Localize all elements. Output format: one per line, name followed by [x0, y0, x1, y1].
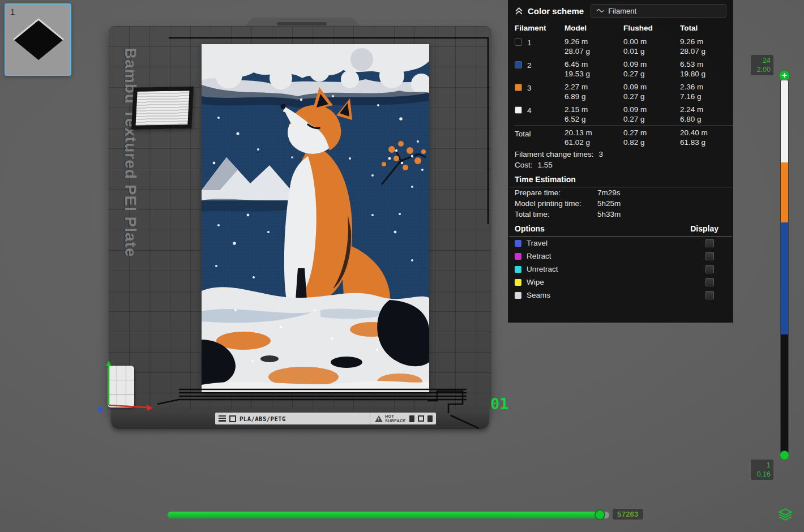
fox-artwork: [202, 44, 429, 393]
square-icon: [418, 415, 424, 422]
retract-display-checkbox[interactable]: [705, 252, 714, 260]
layer-slider-segment-white: [781, 80, 788, 162]
option-row-unretract: Unretract: [508, 263, 733, 276]
table-total-label: Total: [515, 126, 564, 149]
table-cell-flushed: 0.09 m0.27 g: [623, 103, 680, 126]
layer-slider-segment-blue: [781, 222, 788, 334]
table-cell-total: 6.53 m19.80 g: [680, 58, 733, 80]
layer-slider-top-badge: 24 2.00: [751, 55, 773, 75]
plate-type-icon: [229, 415, 236, 422]
col-header-filament: Filament: [515, 22, 564, 35]
col-header-model: Model: [564, 22, 623, 35]
retract-color-swatch: [515, 253, 521, 260]
option-label: Travel: [527, 239, 548, 247]
layers-view-button[interactable]: [778, 507, 793, 522]
bin-icon: [427, 415, 433, 422]
travel-display-checkbox[interactable]: [705, 239, 714, 247]
total-time-row: Total time: 5h33m: [508, 209, 733, 220]
table-total-total: 20.40 m61.83 g: [680, 126, 733, 149]
table-row-filament-id: 2: [515, 58, 564, 80]
hot-surface-line2: SURFACE: [385, 419, 406, 423]
option-row-wipe: Wipe: [508, 276, 733, 289]
plate-handle-slot: [277, 22, 327, 25]
bin-icon: [409, 415, 414, 422]
filament-color-swatch: [515, 38, 522, 46]
seams-color-swatch: [515, 292, 521, 299]
layer-slider-handle[interactable]: [780, 451, 789, 460]
dropdown-value: Filament: [608, 7, 636, 15]
filament-color-swatch: [515, 61, 522, 68]
print-model-preview[interactable]: [202, 44, 429, 393]
table-cell-model: 2.27 m6.89 g: [564, 80, 623, 103]
hot-surface-warning: HOT SURFACE: [370, 413, 406, 424]
unretract-color-swatch: [515, 266, 521, 273]
wipe-tower[interactable]: [131, 87, 194, 130]
slicer-preview-window: Bambu Textured PEI Plate: [0, 0, 804, 532]
plate-brand-text: Bambu Textured PEI Plate: [121, 48, 139, 302]
layer-slider-track[interactable]: [781, 80, 788, 454]
move-slider-value: 57263: [613, 509, 643, 520]
filament-change-line: Filament change times:3: [508, 149, 733, 160]
option-row-seams: Seams: [508, 289, 733, 302]
layer-slider-segment-orange: [781, 162, 788, 222]
layer-slider-segment-black: [781, 334, 788, 454]
travel-color-swatch: [515, 240, 521, 247]
options-header: Options Display: [508, 220, 733, 236]
add-layer-marker-button[interactable]: +: [779, 70, 790, 81]
table-cell-flushed: 0.09 m0.27 g: [623, 80, 680, 103]
warning-triangle-icon: [375, 415, 383, 422]
plate-corner-number: 01: [490, 395, 509, 413]
model-printing-time-row: Model printing time: 5h25m: [508, 198, 733, 209]
filament-color-swatch: [515, 84, 522, 91]
move-slider-track[interactable]: [168, 512, 609, 518]
wipe-display-checkbox[interactable]: [705, 278, 714, 286]
table-cell-model: 9.26 m28.07 g: [564, 35, 623, 58]
filament-color-swatch: [515, 106, 522, 114]
col-header-flushed: Flushed: [623, 22, 680, 35]
plate-thumbnail[interactable]: 1: [5, 3, 71, 76]
option-row-retract: Retract: [508, 250, 733, 263]
option-row-travel: Travel: [508, 237, 733, 250]
plate-materials-text: PLA/ABS/PETG: [240, 415, 286, 422]
color-scheme-panel: Color scheme Filament Filament Model Flu…: [508, 0, 733, 323]
table-cell-model: 2.15 m6.52 g: [564, 103, 623, 126]
col-header-total: Total: [680, 22, 733, 35]
seams-display-checkbox[interactable]: [705, 291, 714, 299]
unretract-display-checkbox[interactable]: [705, 265, 714, 273]
table-cell-flushed: 0.09 m0.27 g: [623, 58, 680, 80]
table-cell-flushed: 0.00 m0.01 g: [623, 35, 680, 58]
options-title: Options: [515, 224, 545, 233]
table-cell-model: 6.45 m19.53 g: [564, 58, 623, 80]
prepare-time-row: Prepare time: 7m29s: [508, 187, 733, 198]
plate-surface-label: PLA/ABS/PETG HOT SURFACE: [215, 413, 436, 424]
origin-axes: [94, 359, 157, 414]
table-row-filament-id: 3: [515, 80, 564, 103]
wave-icon: [596, 8, 604, 14]
move-slider-handle[interactable]: [595, 509, 605, 520]
table-cell-total: 2.24 m6.80 g: [680, 103, 733, 126]
plate-thumbnail-diamond: [10, 11, 67, 68]
color-scheme-dropdown[interactable]: Filament: [591, 4, 726, 18]
table-total-model: 20.13 m61.02 g: [564, 126, 623, 149]
texture-icon: [219, 415, 226, 422]
table-total-flushed: 0.27 m0.82 g: [623, 126, 680, 149]
hot-surface-line1: HOT: [385, 414, 394, 418]
table-row-filament-id: 4: [515, 103, 564, 126]
option-label: Wipe: [527, 278, 544, 286]
filament-table: Filament Model Flushed Total 1 9.26 m28.…: [508, 21, 733, 149]
table-cell-total: 9.26 m28.07 g: [680, 35, 733, 58]
option-label: Retract: [527, 252, 551, 260]
option-label: Unretract: [527, 265, 558, 273]
time-estimation-title: Time Estimation: [508, 170, 733, 187]
move-slider-fill: [168, 512, 599, 518]
layer-slider-bottom-badge: 1 0.16: [751, 460, 773, 480]
collapse-chevrons-icon[interactable]: [515, 7, 523, 15]
cost-line: Cost:1.55: [508, 160, 733, 170]
display-column-header: Display: [690, 224, 719, 233]
panel-title: Color scheme: [528, 6, 584, 16]
table-cell-total: 2.36 m7.16 g: [680, 80, 733, 103]
option-label: Seams: [527, 291, 550, 299]
table-row-filament-id: 1: [515, 35, 564, 58]
wipe-color-swatch: [515, 279, 521, 286]
